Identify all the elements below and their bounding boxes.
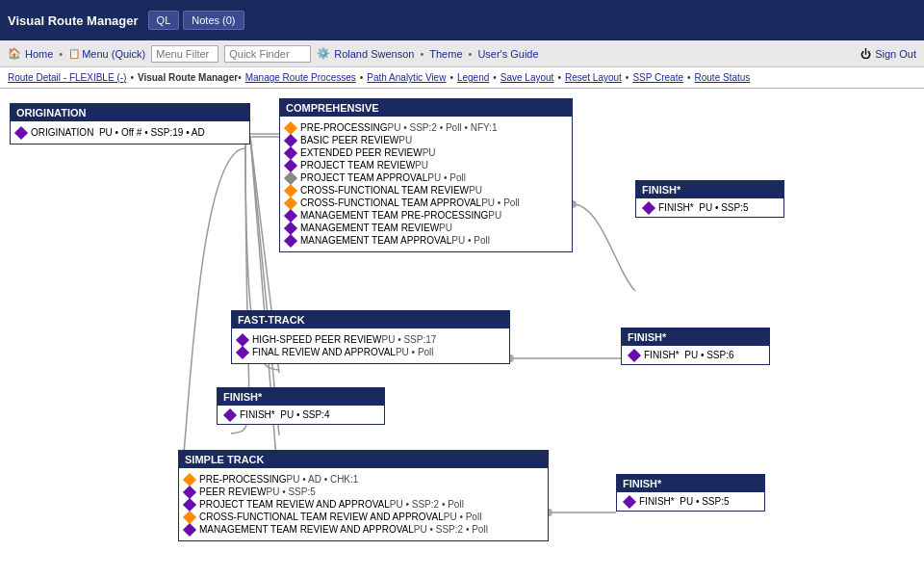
fasttrack-detail-0: PU • SSP:17 xyxy=(381,334,436,345)
simpletrack-row-3: CROSS-FUNCTIONAL TEAM REVIEW AND APPROVA… xyxy=(185,512,542,522)
comprehensive-detail-7: PU xyxy=(488,210,501,221)
bc-save-layout[interactable]: Save Layout xyxy=(500,72,554,83)
breadcrumb-bar: Route Detail - FLEXIBLE (-) • Visual Rou… xyxy=(0,67,924,89)
finish3-detail: PU • SSP:4 xyxy=(280,409,329,420)
bc-path-analytic[interactable]: Path Analytic View xyxy=(367,72,446,83)
comprehensive-diamond-1 xyxy=(284,133,297,146)
comprehensive-detail-0: PU • SSP:2 • Poll • NFY:1 xyxy=(388,122,498,133)
simpletrack-label-3: CROSS-FUNCTIONAL TEAM REVIEW AND APPROVA… xyxy=(199,512,444,522)
simpletrack-row-2: PROJECT TEAM REVIEW AND APPROVAL PU • SS… xyxy=(185,499,542,510)
menu-filter-input[interactable] xyxy=(151,45,218,63)
bc-route-detail[interactable]: Route Detail - FLEXIBLE (-) xyxy=(8,72,126,83)
comprehensive-row-6: CROSS-FUNCTIONAL TEAM APPROVAL PU • Poll xyxy=(286,197,566,208)
fasttrack-header: FAST-TRACK xyxy=(232,311,509,328)
finish4-box[interactable]: FINISH* FINISH* PU • SSP:5 xyxy=(616,474,765,512)
finish2-diamond xyxy=(628,348,641,361)
comprehensive-diamond-9 xyxy=(284,233,297,247)
comprehensive-row-7: MANAGEMENT TEAM PRE-PROCESSING PU xyxy=(286,210,566,221)
finish1-detail: PU • SSP:5 xyxy=(699,202,748,213)
comprehensive-label-5: CROSS-FUNCTIONAL TEAM REVIEW xyxy=(300,185,469,196)
finish4-label: FINISH* xyxy=(639,496,675,507)
finish3-box[interactable]: FINISH* FINISH* PU • SSP:4 xyxy=(217,387,385,425)
comprehensive-label-0: PRE-PROCESSING xyxy=(300,122,388,133)
simpletrack-detail-0: PU • AD • CHK:1 xyxy=(287,474,359,485)
comprehensive-box[interactable]: COMPREHENSIVE PRE-PROCESSING PU • SSP:2 … xyxy=(279,98,573,252)
users-guide-link[interactable]: User's Guide xyxy=(477,48,538,60)
finish4-body: FINISH* PU • SSP:5 xyxy=(617,492,764,511)
simpletrack-detail-1: PU • SSP:5 xyxy=(266,486,315,497)
origination-row1: ORIGINATION PU • Off # • SSP:19 • AD xyxy=(16,127,244,138)
fasttrack-diamond-0 xyxy=(236,332,249,346)
bc-manage-route[interactable]: Manage Route Processes xyxy=(245,72,356,83)
fasttrack-row-0: HIGH-SPEED PEER REVIEW PU • SSP:17 xyxy=(238,334,503,345)
simpletrack-label-2: PROJECT TEAM REVIEW AND APPROVAL xyxy=(199,499,390,510)
comprehensive-detail-2: PU xyxy=(423,147,436,158)
comprehensive-detail-6: PU • Poll xyxy=(481,197,520,208)
comprehensive-diamond-6 xyxy=(284,196,297,209)
simpletrack-row-4: MANAGEMENT TEAM REVIEW AND APPROVAL PU •… xyxy=(185,524,542,535)
comprehensive-diamond-8 xyxy=(284,221,297,234)
finish1-body: FINISH* PU • SSP:5 xyxy=(636,198,783,217)
finish3-header: FINISH* xyxy=(218,388,384,406)
comprehensive-row-9: MANAGEMENT TEAM APPROVAL PU • Poll xyxy=(286,235,566,246)
theme-link[interactable]: Theme xyxy=(429,48,462,60)
finish1-label: FINISH* xyxy=(658,202,694,213)
origination-detail: PU • Off # • SSP:19 • AD xyxy=(99,127,205,138)
finish4-header: FINISH* xyxy=(617,475,764,492)
canvas: ORIGINATION ORIGINATION PU • Off # • SSP… xyxy=(0,89,924,578)
ql-button[interactable]: QL xyxy=(148,11,180,30)
comprehensive-detail-1: PU xyxy=(398,135,412,145)
simpletrack-box[interactable]: SIMPLE TRACK PRE-PROCESSING PU • AD • CH… xyxy=(178,450,549,541)
simpletrack-diamond-2 xyxy=(183,497,196,511)
comprehensive-row-5: CROSS-FUNCTIONAL TEAM REVIEW PU xyxy=(286,185,566,196)
fasttrack-detail-1: PU • Poll xyxy=(396,347,434,357)
simpletrack-label-1: PEER REVIEW xyxy=(199,486,266,497)
finish2-body: FINISH* PU • SSP:6 xyxy=(622,346,769,364)
fasttrack-label-0: HIGH-SPEED PEER REVIEW xyxy=(252,334,381,345)
comprehensive-detail-5: PU xyxy=(469,185,482,196)
sign-out-link[interactable]: Sign Out xyxy=(875,48,916,60)
fasttrack-row-1: FINAL REVIEW AND APPROVAL PU • Poll xyxy=(238,347,503,357)
app-title: Visual Route Manager xyxy=(8,13,139,28)
fasttrack-body: HIGH-SPEED PEER REVIEW PU • SSP:17FINAL … xyxy=(232,328,509,363)
finish1-header: FINISH* xyxy=(636,181,783,198)
finish4-detail: PU • SSP:5 xyxy=(680,496,729,507)
home-link[interactable]: Home xyxy=(25,48,53,60)
comprehensive-row-1: BASIC PEER REVIEW PU xyxy=(286,135,566,145)
fasttrack-box[interactable]: FAST-TRACK HIGH-SPEED PEER REVIEW PU • S… xyxy=(231,310,510,364)
origination-box[interactable]: ORIGINATION ORIGINATION PU • Off # • SSP… xyxy=(10,103,250,144)
finish3-diamond xyxy=(223,407,237,421)
finish1-box[interactable]: FINISH* FINISH* PU • SSP:5 xyxy=(635,180,784,218)
finish2-header: FINISH* xyxy=(622,328,769,346)
comprehensive-diamond-7 xyxy=(284,208,297,222)
simpletrack-diamond-4 xyxy=(183,522,196,536)
comprehensive-label-6: CROSS-FUNCTIONAL TEAM APPROVAL xyxy=(300,197,481,208)
bc-legend[interactable]: Legend xyxy=(457,72,489,83)
simpletrack-diamond-0 xyxy=(183,472,196,486)
finish2-label: FINISH* xyxy=(644,350,680,360)
simpletrack-body: PRE-PROCESSING PU • AD • CHK:1PEER REVIE… xyxy=(179,468,548,540)
origination-label: ORIGINATION xyxy=(31,127,93,138)
notes-button[interactable]: Notes (0) xyxy=(183,11,244,30)
comprehensive-detail-8: PU xyxy=(439,223,452,233)
menu-quick-link[interactable]: Menu (Quick) xyxy=(82,48,145,60)
comprehensive-row-2: EXTENDED PEER REVIEW PU xyxy=(286,147,566,158)
quick-finder-input[interactable] xyxy=(224,45,311,63)
simpletrack-label-4: MANAGEMENT TEAM REVIEW AND APPROVAL xyxy=(199,524,414,535)
bc-ssp-create[interactable]: SSP Create xyxy=(632,72,683,83)
bc-route-status[interactable]: Route Status xyxy=(695,72,751,83)
comprehensive-detail-4: PU • Poll xyxy=(427,172,466,183)
finish2-detail: PU • SSP:6 xyxy=(684,350,733,360)
top-bar: Visual Route Manager QL Notes (0) xyxy=(0,0,924,40)
simpletrack-label-0: PRE-PROCESSING xyxy=(199,474,287,485)
comprehensive-diamond-4 xyxy=(284,171,297,184)
comprehensive-row-4: PROJECT TEAM APPROVAL PU • Poll xyxy=(286,172,566,183)
bc-reset-layout[interactable]: Reset Layout xyxy=(565,72,622,83)
finish2-box[interactable]: FINISH* FINISH* PU • SSP:6 xyxy=(621,328,770,365)
comprehensive-header: COMPREHENSIVE xyxy=(280,99,572,117)
origination-body: ORIGINATION PU • Off # • SSP:19 • AD xyxy=(11,121,249,144)
user-link[interactable]: Roland Swenson xyxy=(334,48,414,60)
comprehensive-detail-3: PU xyxy=(415,160,428,171)
finish3-body: FINISH* PU • SSP:4 xyxy=(218,406,384,424)
finish1-diamond xyxy=(642,200,655,214)
